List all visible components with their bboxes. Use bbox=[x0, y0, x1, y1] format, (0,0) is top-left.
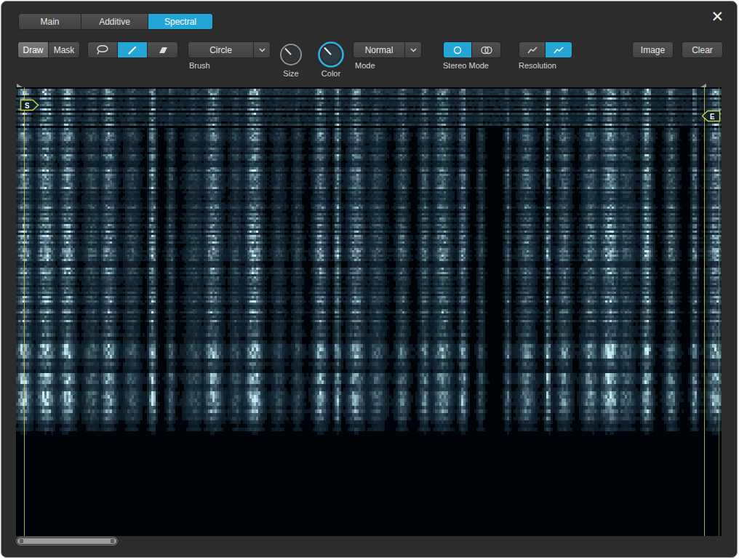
resolution-high-button[interactable] bbox=[546, 42, 572, 57]
stereo-icon bbox=[479, 45, 494, 55]
tab-spectral[interactable]: Spectral bbox=[148, 14, 212, 29]
brush-shape-dropdown[interactable]: Circle bbox=[188, 41, 271, 58]
scrollbar-left-grip[interactable] bbox=[20, 539, 23, 543]
stereo-mono-button[interactable] bbox=[444, 42, 472, 57]
image-button[interactable]: Image bbox=[632, 41, 674, 58]
mono-icon bbox=[452, 45, 463, 55]
size-knob[interactable] bbox=[279, 43, 303, 69]
end-marker-line-2[interactable] bbox=[719, 87, 719, 536]
end-marker-line[interactable] bbox=[704, 87, 705, 536]
start-marker-line[interactable] bbox=[24, 87, 25, 536]
pencil-icon bbox=[127, 44, 138, 56]
mode-value: Normal bbox=[353, 42, 405, 57]
close-button[interactable]: ✕ bbox=[711, 9, 724, 24]
h-scrollbar[interactable] bbox=[16, 537, 118, 545]
start-marker-label: S bbox=[25, 102, 30, 110]
pencil-tool-button[interactable] bbox=[118, 42, 148, 57]
eraser-icon bbox=[156, 45, 169, 55]
stereo-mode-label: Stereo Mode bbox=[443, 61, 489, 70]
mode-label: Mode bbox=[355, 61, 375, 70]
resolution-toggle bbox=[519, 41, 572, 58]
eraser-tool-button[interactable] bbox=[148, 42, 177, 57]
size-label: Size bbox=[273, 69, 308, 78]
alchemy-spectral-window: Main Additive Spectral ✕ Draw Mask Cir bbox=[1, 1, 738, 558]
color-label: Color bbox=[311, 69, 351, 78]
resolution-label: Resolution bbox=[519, 61, 556, 70]
scrollbar-thumb[interactable] bbox=[17, 538, 116, 544]
chevron-down-icon bbox=[254, 42, 270, 57]
tab-main[interactable]: Main bbox=[19, 14, 81, 29]
lasso-icon bbox=[95, 44, 111, 55]
start-marker-flag[interactable]: S bbox=[20, 99, 39, 111]
spectrogram-area[interactable]: S E bbox=[16, 87, 722, 536]
close-icon: ✕ bbox=[711, 8, 724, 25]
tab-additive[interactable]: Additive bbox=[81, 14, 148, 29]
brush-shape-value: Circle bbox=[188, 42, 254, 57]
tool-buttons bbox=[87, 41, 178, 58]
brush-label: Brush bbox=[189, 61, 210, 70]
stereo-stereo-button[interactable] bbox=[472, 42, 500, 57]
source-tabs: Main Additive Spectral bbox=[18, 13, 213, 30]
mode-dropdown[interactable]: Normal bbox=[353, 41, 422, 58]
clear-button[interactable]: Clear bbox=[682, 41, 723, 58]
resolution-low-icon bbox=[527, 46, 538, 55]
resolution-high-icon bbox=[553, 46, 564, 55]
color-knob[interactable] bbox=[317, 41, 345, 71]
stereo-mode-toggle bbox=[443, 41, 501, 58]
end-marker-flag[interactable]: E bbox=[701, 110, 721, 122]
lasso-tool-button[interactable] bbox=[88, 42, 118, 57]
chevron-down-icon bbox=[405, 42, 421, 57]
scrollbar-right-grip[interactable] bbox=[111, 539, 114, 543]
draw-button[interactable]: Draw bbox=[18, 42, 49, 57]
draw-mask-toggle: Draw Mask bbox=[17, 41, 80, 58]
resolution-low-button[interactable] bbox=[519, 42, 546, 57]
end-marker-label: E bbox=[710, 113, 715, 121]
spectrogram-canvas[interactable] bbox=[16, 87, 722, 536]
mask-button[interactable]: Mask bbox=[49, 42, 79, 57]
